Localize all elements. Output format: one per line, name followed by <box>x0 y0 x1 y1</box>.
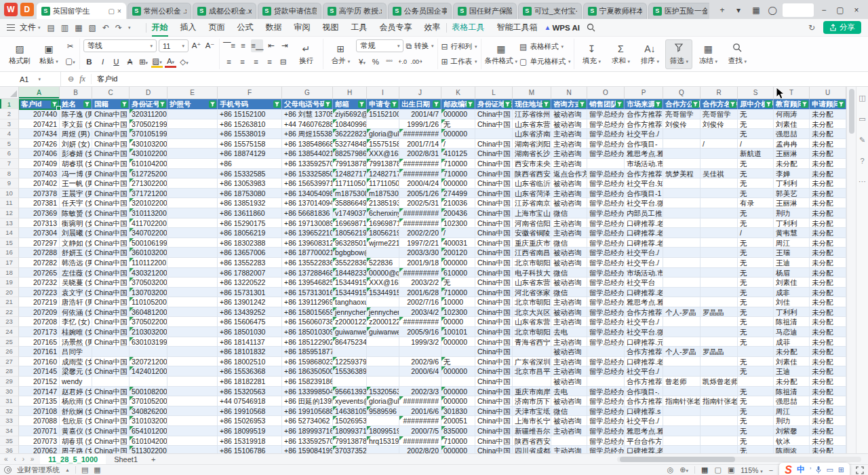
cell-O10[interactable]: 留学总经办 <box>587 189 625 199</box>
cell-E15[interactable] <box>167 238 218 248</box>
cell-R26[interactable]: 罗晶晶 <box>701 347 738 357</box>
cell-H23[interactable]: z20001227 <box>333 317 367 327</box>
cell-R18[interactable] <box>701 268 738 278</box>
cell-S12[interactable]: 无 <box>738 208 774 218</box>
cell-P17[interactable]: 社交平台./ <box>625 258 663 268</box>
cell-T5[interactable]: 孟冉冉 <box>774 139 810 149</box>
cell-P26[interactable]: 合作方推荐 <box>625 347 663 357</box>
number-format-select[interactable]: 常规▾ <box>356 39 403 52</box>
cell-I5[interactable]: 155751588 <box>367 139 399 149</box>
cell-T6[interactable]: 王丽淋 <box>774 149 810 159</box>
header-cell-U1[interactable]: 申请顾问 <box>810 99 846 109</box>
cell-U13[interactable]: 未分配 <box>810 218 846 229</box>
cell-Q6[interactable] <box>663 149 701 159</box>
cell-P36[interactable]: 口碑推荐.老 <box>625 446 663 453</box>
cell-A28[interactable]: 207145 <box>19 366 60 377</box>
cell-I36[interactable] <box>367 446 399 453</box>
cell-D14[interactable]: 340702200202202520 <box>130 228 167 238</box>
cell-E20[interactable] <box>167 288 218 298</box>
row-number-32[interactable]: 32 <box>0 406 19 417</box>
cell-M31[interactable]: 济南市历下 <box>513 396 551 406</box>
cell-S15[interactable]: 无 <box>738 238 774 248</box>
cell-A4[interactable]: 207434 <box>19 129 60 139</box>
cell-K7[interactable]: 710000 <box>441 159 475 169</box>
cell-G15[interactable]: +86 1396083127 <box>282 238 333 248</box>
cell-M2[interactable]: 江苏省徐州 <box>513 109 551 119</box>
cell-D22[interactable]: 360481200304020026 <box>130 307 167 318</box>
cell-M13[interactable]: 河南省信阳 <box>513 218 551 229</box>
cell-H11[interactable]: 358866491 <box>333 198 367 208</box>
cell-Q16[interactable] <box>663 248 701 258</box>
cell-T30[interactable]: 陈祖清 <box>774 387 810 397</box>
fx-icon[interactable]: fx <box>79 74 85 84</box>
cell-I29[interactable] <box>367 377 399 387</box>
row-number-35[interactable]: 35 <box>0 436 19 446</box>
cell-M18[interactable]: 电子科技大 <box>513 268 551 278</box>
cell-I34[interactable]: 180995191 <box>367 426 399 436</box>
cell-O12[interactable]: 留学总经办 <box>587 208 625 218</box>
align-left-button[interactable]: ≡ <box>223 56 235 69</box>
cell-E12[interactable] <box>167 208 218 218</box>
cell-B11[interactable]: 任天宇 (女 <box>60 198 92 208</box>
horizontal-scrollbar-thumb[interactable] <box>620 457 735 462</box>
cell-Q32[interactable] <box>663 406 701 417</box>
cell-L18[interactable]: China中国 <box>475 268 513 278</box>
cell-J4[interactable]: ######### <box>399 129 441 139</box>
cell-B36[interactable]: 周子路 (女 <box>60 446 92 453</box>
cell-J36[interactable]: 2002/8/20 <box>399 446 441 453</box>
cell-P23[interactable]: 社交平台./ <box>625 317 663 327</box>
cell-L6[interactable]: China中国 <box>475 149 513 159</box>
cell-F32[interactable]: +86 19910568 <box>218 406 282 417</box>
cell-U16[interactable]: 未分配 <box>810 248 846 258</box>
cell-E35[interactable] <box>167 436 218 446</box>
menu-tab-页面[interactable]: 页面 <box>209 19 225 37</box>
cell-T18[interactable]: 杨眉 <box>774 268 810 278</box>
header-cell-L1[interactable]: 身份证地址 <box>475 99 513 109</box>
cell-K12[interactable]: 200436 <box>441 208 475 218</box>
col-header-U[interactable]: U <box>810 87 846 98</box>
cell-B24[interactable]: 桂婉唯 (女 <box>60 327 92 337</box>
cell-P31[interactable]: 合作方推荐 <box>625 396 663 406</box>
file-menu-button[interactable]: 文件▾ <box>7 22 41 33</box>
cell-G24[interactable]: +86 1850103098 <box>282 327 333 337</box>
cell-U30[interactable]: 未分配 <box>810 387 846 397</box>
close-tab-icon[interactable]: × <box>117 7 121 15</box>
cell-B27[interactable]: 成雨莹 (女 <box>60 357 92 367</box>
cell-R25[interactable] <box>701 337 738 347</box>
cell-N18[interactable]: 微信 <box>551 268 587 278</box>
cell-D29[interactable] <box>130 377 167 387</box>
cell-A15[interactable]: 207297 <box>19 238 60 248</box>
cell-E24[interactable] <box>167 327 218 337</box>
cell-H10[interactable]: m1875308 <box>333 189 367 199</box>
cell-M12[interactable]: 上海市宝山 <box>513 208 551 218</box>
cell-M34[interactable]: 新疆维吾尔 <box>513 426 551 436</box>
cell-G19[interactable]: +86 1395468251 <box>282 278 333 288</box>
add-doc-tab-button[interactable]: + <box>715 3 730 17</box>
cell-H36[interactable]: 370373525 <box>333 446 367 453</box>
row-number-30[interactable]: 30 <box>0 387 19 397</box>
cell-M14[interactable]: 安徽省铜陵 <box>513 228 551 238</box>
cell-B14[interactable]: 刘晨曦 (女 <box>60 228 92 238</box>
cell-K10[interactable]: 274499 <box>441 189 475 199</box>
cell-Q28[interactable] <box>663 366 701 377</box>
cell-J34[interactable]: 2000/7/5 <box>399 426 441 436</box>
header-cell-R1[interactable]: 合作方名称 <box>701 99 738 109</box>
cell-N35[interactable] <box>551 436 587 446</box>
cell-B34[interactable]: 黄嘉仪 (女 <box>60 426 92 436</box>
cell-R34[interactable] <box>701 426 738 436</box>
cell-F15[interactable]: +86 18302388 <box>218 238 282 248</box>
cell-T13[interactable]: 丁利利 <box>774 218 810 229</box>
cell-A13[interactable]: 207313 <box>19 218 60 229</box>
cell-E32[interactable] <box>167 406 218 417</box>
filter-dropdown-button[interactable] <box>837 100 845 108</box>
header-cell-G1[interactable]: 父母电话号码 <box>282 99 333 109</box>
cell-I4[interactable]: gloria@uk <box>367 129 399 139</box>
cell-Q11[interactable] <box>663 198 701 208</box>
header-cell-O1[interactable]: 销售团队 <box>587 99 625 109</box>
cell-C22[interactable]: China中国 <box>92 307 130 318</box>
borders-button[interactable]: ⊞▾ <box>138 56 149 69</box>
eraser-button[interactable]: ◇▾ <box>178 56 190 69</box>
cell-C27[interactable]: China中国 <box>92 357 130 367</box>
cell-P16[interactable]: 社交平台./ <box>625 248 663 258</box>
cell-Q26[interactable]: 个人-罗晶 <box>663 347 701 357</box>
